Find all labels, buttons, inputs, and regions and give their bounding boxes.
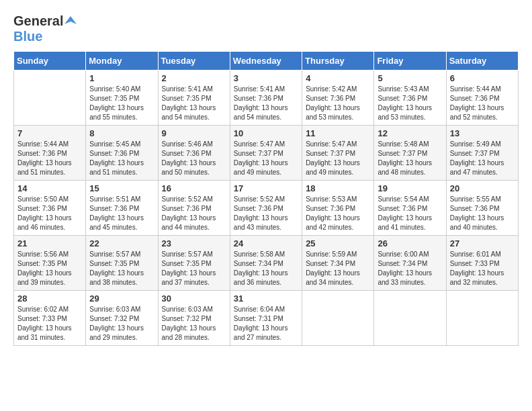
- calendar-cell: [446, 291, 518, 346]
- day-number: 16: [162, 183, 226, 193]
- day-info: Sunrise: 5:57 AMSunset: 7:35 PMDaylight:…: [89, 250, 154, 287]
- day-info: Sunrise: 5:46 AMSunset: 7:36 PMDaylight:…: [162, 140, 226, 177]
- weekday-header-wednesday: Wednesday: [230, 52, 302, 71]
- day-number: 25: [306, 238, 370, 248]
- day-number: 29: [89, 293, 154, 304]
- logo-bird-icon: [64, 15, 77, 27]
- day-number: 23: [162, 238, 226, 248]
- day-number: 10: [234, 128, 298, 138]
- calendar-cell: 10Sunrise: 5:47 AMSunset: 7:37 PMDayligh…: [230, 126, 302, 181]
- calendar-cell: 1Sunrise: 5:40 AMSunset: 7:35 PMDaylight…: [86, 71, 158, 126]
- calendar-cell: 16Sunrise: 5:52 AMSunset: 7:36 PMDayligh…: [158, 181, 230, 236]
- calendar-table: SundayMondayTuesdayWednesdayThursdayFrid…: [13, 51, 519, 346]
- calendar-cell: 12Sunrise: 5:48 AMSunset: 7:37 PMDayligh…: [374, 126, 446, 181]
- calendar-cell: 4Sunrise: 5:42 AMSunset: 7:36 PMDaylight…: [302, 71, 374, 126]
- calendar-cell: 23Sunrise: 5:57 AMSunset: 7:35 PMDayligh…: [158, 236, 230, 291]
- day-number: 18: [306, 183, 370, 193]
- day-info: Sunrise: 5:52 AMSunset: 7:36 PMDaylight:…: [162, 195, 226, 232]
- day-info: Sunrise: 6:03 AMSunset: 7:32 PMDaylight:…: [89, 305, 154, 342]
- weekday-header-thursday: Thursday: [302, 52, 374, 71]
- day-number: 19: [378, 183, 442, 193]
- calendar-cell: 31Sunrise: 6:04 AMSunset: 7:31 PMDayligh…: [230, 291, 302, 346]
- calendar-cell: 9Sunrise: 5:46 AMSunset: 7:36 PMDaylight…: [158, 126, 230, 181]
- weekday-header-sunday: Sunday: [14, 52, 86, 71]
- day-number: 20: [450, 183, 515, 193]
- day-number: 8: [89, 128, 154, 138]
- calendar-cell: 20Sunrise: 5:55 AMSunset: 7:36 PMDayligh…: [446, 181, 518, 236]
- calendar-cell: 22Sunrise: 5:57 AMSunset: 7:35 PMDayligh…: [86, 236, 158, 291]
- calendar-week-row: 14Sunrise: 5:50 AMSunset: 7:36 PMDayligh…: [14, 181, 519, 236]
- calendar-cell: 19Sunrise: 5:54 AMSunset: 7:36 PMDayligh…: [374, 181, 446, 236]
- calendar-cell: 26Sunrise: 6:00 AMSunset: 7:34 PMDayligh…: [374, 236, 446, 291]
- calendar-cell: 17Sunrise: 5:52 AMSunset: 7:36 PMDayligh…: [230, 181, 302, 236]
- day-number: 9: [162, 128, 226, 138]
- day-info: Sunrise: 6:02 AMSunset: 7:33 PMDaylight:…: [17, 305, 82, 342]
- day-number: 1: [89, 73, 154, 83]
- day-number: 27: [450, 238, 515, 248]
- header: General Blue: [13, 13, 519, 44]
- calendar-cell: 5Sunrise: 5:43 AMSunset: 7:36 PMDaylight…: [374, 71, 446, 126]
- day-number: 21: [17, 238, 82, 248]
- day-number: 12: [378, 128, 442, 138]
- day-number: 15: [89, 183, 154, 193]
- day-number: 4: [306, 73, 370, 83]
- calendar-cell: [14, 71, 86, 126]
- calendar-cell: 27Sunrise: 6:01 AMSunset: 7:33 PMDayligh…: [446, 236, 518, 291]
- calendar-week-row: 1Sunrise: 5:40 AMSunset: 7:35 PMDaylight…: [14, 71, 519, 126]
- day-number: 6: [450, 73, 515, 83]
- day-number: 26: [378, 238, 442, 248]
- calendar-week-row: 28Sunrise: 6:02 AMSunset: 7:33 PMDayligh…: [14, 291, 519, 346]
- day-info: Sunrise: 5:40 AMSunset: 7:35 PMDaylight:…: [89, 85, 154, 122]
- calendar-week-row: 7Sunrise: 5:44 AMSunset: 7:36 PMDaylight…: [14, 126, 519, 181]
- day-info: Sunrise: 5:47 AMSunset: 7:37 PMDaylight:…: [234, 140, 298, 177]
- day-number: 11: [306, 128, 370, 138]
- calendar-cell: 7Sunrise: 5:44 AMSunset: 7:36 PMDaylight…: [14, 126, 86, 181]
- day-info: Sunrise: 5:55 AMSunset: 7:36 PMDaylight:…: [450, 195, 515, 232]
- day-info: Sunrise: 6:01 AMSunset: 7:33 PMDaylight:…: [450, 250, 515, 287]
- logo-general-text: General: [13, 13, 63, 29]
- calendar-cell: 13Sunrise: 5:49 AMSunset: 7:37 PMDayligh…: [446, 126, 518, 181]
- day-number: 22: [89, 238, 154, 248]
- calendar-cell: 6Sunrise: 5:44 AMSunset: 7:36 PMDaylight…: [446, 71, 518, 126]
- day-info: Sunrise: 5:59 AMSunset: 7:34 PMDaylight:…: [306, 250, 370, 287]
- day-info: Sunrise: 6:03 AMSunset: 7:32 PMDaylight:…: [162, 305, 226, 342]
- day-info: Sunrise: 5:49 AMSunset: 7:37 PMDaylight:…: [450, 140, 515, 177]
- day-number: 7: [17, 128, 82, 138]
- day-info: Sunrise: 5:47 AMSunset: 7:37 PMDaylight:…: [306, 140, 370, 177]
- day-info: Sunrise: 6:00 AMSunset: 7:34 PMDaylight:…: [378, 250, 442, 287]
- weekday-header-monday: Monday: [86, 52, 158, 71]
- logo-blue-text: Blue: [13, 29, 42, 44]
- calendar-cell: 28Sunrise: 6:02 AMSunset: 7:33 PMDayligh…: [14, 291, 86, 346]
- day-number: 30: [162, 293, 226, 304]
- day-info: Sunrise: 5:48 AMSunset: 7:37 PMDaylight:…: [378, 140, 442, 177]
- day-number: 14: [17, 183, 82, 193]
- calendar-cell: 3Sunrise: 5:41 AMSunset: 7:36 PMDaylight…: [230, 71, 302, 126]
- calendar-header-row: SundayMondayTuesdayWednesdayThursdayFrid…: [14, 52, 519, 71]
- day-info: Sunrise: 5:42 AMSunset: 7:36 PMDaylight:…: [306, 85, 370, 122]
- calendar-cell: 15Sunrise: 5:51 AMSunset: 7:36 PMDayligh…: [86, 181, 158, 236]
- calendar-body: 1Sunrise: 5:40 AMSunset: 7:35 PMDaylight…: [14, 71, 519, 346]
- day-number: 17: [234, 183, 298, 193]
- day-info: Sunrise: 5:54 AMSunset: 7:36 PMDaylight:…: [378, 195, 442, 232]
- day-info: Sunrise: 5:57 AMSunset: 7:35 PMDaylight:…: [162, 250, 226, 287]
- calendar-cell: 11Sunrise: 5:47 AMSunset: 7:37 PMDayligh…: [302, 126, 374, 181]
- day-number: 13: [450, 128, 515, 138]
- day-number: 28: [17, 293, 82, 304]
- calendar-cell: [302, 291, 374, 346]
- weekday-header-tuesday: Tuesday: [158, 52, 230, 71]
- calendar-cell: [374, 291, 446, 346]
- day-info: Sunrise: 5:58 AMSunset: 7:34 PMDaylight:…: [234, 250, 298, 287]
- day-info: Sunrise: 5:43 AMSunset: 7:36 PMDaylight:…: [378, 85, 442, 122]
- calendar-cell: 25Sunrise: 5:59 AMSunset: 7:34 PMDayligh…: [302, 236, 374, 291]
- calendar-cell: 24Sunrise: 5:58 AMSunset: 7:34 PMDayligh…: [230, 236, 302, 291]
- calendar-cell: 8Sunrise: 5:45 AMSunset: 7:36 PMDaylight…: [86, 126, 158, 181]
- day-number: 24: [234, 238, 298, 248]
- calendar-cell: 30Sunrise: 6:03 AMSunset: 7:32 PMDayligh…: [158, 291, 230, 346]
- calendar-cell: 14Sunrise: 5:50 AMSunset: 7:36 PMDayligh…: [14, 181, 86, 236]
- calendar-cell: 21Sunrise: 5:56 AMSunset: 7:35 PMDayligh…: [14, 236, 86, 291]
- logo: General Blue: [13, 13, 77, 44]
- day-info: Sunrise: 5:41 AMSunset: 7:36 PMDaylight:…: [234, 85, 298, 122]
- day-info: Sunrise: 5:44 AMSunset: 7:36 PMDaylight:…: [17, 140, 82, 177]
- calendar-cell: 29Sunrise: 6:03 AMSunset: 7:32 PMDayligh…: [86, 291, 158, 346]
- day-info: Sunrise: 5:51 AMSunset: 7:36 PMDaylight:…: [89, 195, 154, 232]
